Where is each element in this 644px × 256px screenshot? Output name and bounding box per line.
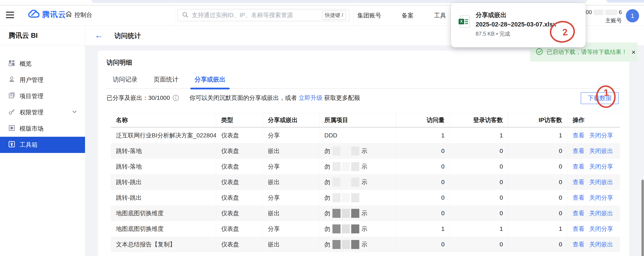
sidebar-item-label: 项目管理 (20, 92, 44, 100)
cell-actions: 查看关闭嵌出 (567, 236, 620, 252)
cell-type: 仪表盘 (216, 190, 262, 205)
home-icon (66, 11, 72, 19)
search-icon (182, 12, 188, 19)
sidebar-title: 腾讯云 BI (0, 26, 85, 46)
cell-type: 仪表盘 (216, 174, 262, 190)
table-header-row: 名称 类型 分享或嵌出 所属项目 访问量 登录访客数 IP访客数 操作 (111, 113, 620, 128)
cell-ip-visitors: 0 (508, 159, 567, 174)
redacted-project-blocks (332, 178, 359, 187)
logo-text: 腾讯云 (42, 10, 66, 20)
cell-name: 跳转-跳出 (111, 174, 216, 190)
cell-type: 仪表盘 (216, 205, 262, 221)
cell-visits: 0 (396, 159, 450, 174)
cell-name: 文本总结报告【复制】 (111, 236, 216, 252)
annotation-number-1: 1 (603, 87, 609, 98)
cell-project: DDD (319, 128, 396, 143)
view-link[interactable]: 查看 (572, 178, 584, 186)
nav-tools[interactable]: 工具 (434, 12, 446, 20)
sidebar-item-overview[interactable]: 概览 (0, 56, 85, 72)
cell-visits: 1 (396, 221, 450, 236)
vertical-scrollbar[interactable] (642, 180, 644, 256)
cell-share-mode: 嵌出 (262, 205, 319, 221)
nav-group-account[interactable]: 集团账号 (358, 12, 381, 20)
table-row: 地图底图切换维度 仪表盘 分享 勿示 1 1 1 查看关闭分享 (111, 221, 620, 236)
global-search-input[interactable]: 支持通过实例ID、IP、名称等搜索资源 快捷键 / (177, 9, 350, 21)
sidebar-item-permission-management[interactable]: 权限管理 (0, 104, 85, 121)
cell-type: 仪表盘 (216, 221, 262, 236)
quota-hint-suffix: 获取更多配额 (324, 94, 360, 102)
key-icon (8, 109, 15, 116)
view-link[interactable]: 查看 (572, 131, 584, 140)
col-project: 所属项目 (319, 113, 396, 127)
view-link[interactable]: 查看 (572, 240, 584, 248)
cell-visits: 0 (396, 236, 450, 252)
close-share-embed-link[interactable]: 关闭分享 (589, 163, 613, 171)
toast-message: 已启动下载，请等待下载结果！ (546, 48, 627, 56)
sidebar-item-label: 模版市场 (20, 125, 44, 133)
close-icon[interactable]: × (632, 49, 636, 56)
redacted-project-blocks (332, 209, 359, 218)
cell-share-mode: 嵌出 (262, 143, 319, 159)
tencent-cloud-logo[interactable]: 腾讯云 (28, 10, 66, 20)
close-share-embed-link[interactable]: 关闭分享 (589, 225, 613, 233)
view-link[interactable]: 查看 (572, 147, 584, 155)
table-row: 泛互联网行业BI分析解决方案_0228042... 仪表盘 分享 DDD 1 1… (111, 128, 620, 143)
avatar[interactable]: 1 (626, 9, 639, 23)
cell-name: 地图底图切换维度 (111, 221, 216, 236)
sidebar-item-project-management[interactable]: 项目管理 (0, 88, 85, 104)
tab-share-or-embed[interactable]: 分享或嵌出 (190, 71, 230, 88)
hamburger-menu-icon[interactable] (6, 12, 14, 18)
user-icon (8, 76, 15, 84)
view-link[interactable]: 查看 (572, 194, 584, 202)
tab-page-statistics[interactable]: 页面统计 (150, 71, 183, 88)
account-info[interactable]: 00 6 主账号 (584, 9, 622, 24)
view-link[interactable]: 查看 (572, 225, 584, 233)
table-row: 地图底图切换维度 仪表盘 嵌出 勿示 0 0 0 查看关闭嵌出 (111, 205, 620, 221)
view-link[interactable]: 查看 (572, 209, 584, 217)
sidebar-item-template-market[interactable]: 模版市场 (0, 121, 85, 137)
close-share-embed-link[interactable]: 关闭嵌出 (589, 240, 613, 248)
close-share-embed-link[interactable]: 关闭嵌出 (589, 147, 613, 155)
table-row: 文本总结报告【复制】 仪表盘 嵌出 勿示 0 0 0 查看关闭嵌出 (111, 236, 620, 252)
cell-visits: 0 (396, 190, 450, 205)
col-ip-visitors: IP访客数 (508, 113, 567, 127)
close-share-embed-link[interactable]: 关闭分享 (589, 131, 613, 140)
cell-name: 跳转-跳出 (111, 190, 216, 205)
cell-name: 跳转-落地 (111, 159, 216, 174)
nav-icp[interactable]: 备案 (402, 12, 414, 20)
table-row-partial (111, 252, 620, 256)
sidebar-item-label: 权限管理 (20, 108, 44, 116)
account-type-label: 主账号 (605, 17, 622, 24)
cell-share-mode: 嵌出 (262, 236, 319, 252)
sidebar-item-toolbox[interactable]: 工具箱 (0, 137, 85, 153)
redacted-project-blocks (332, 147, 359, 155)
col-login-visitors: 登录访客数 (450, 113, 508, 127)
sidebar-menu: 概览 用户管理 项目管理 权限管理 模版市场 工具箱 (0, 46, 85, 153)
close-share-embed-link[interactable]: 关闭嵌出 (589, 178, 613, 186)
sidebar-item-label: 用户管理 (20, 76, 44, 84)
cell-share-mode: 分享 (262, 190, 319, 205)
back-arrow-icon[interactable]: ← (94, 31, 103, 40)
cell-login-visitors: 1 (450, 221, 508, 236)
info-icon[interactable] (172, 95, 179, 101)
sidebar-item-user-management[interactable]: 用户管理 (0, 72, 85, 88)
annotation-number-2: 2 (562, 27, 568, 38)
upgrade-link[interactable]: 立即升级 (298, 94, 322, 102)
cell-login-visitors: 0 (450, 143, 508, 159)
cell-name: 地图底图切换维度 (111, 205, 216, 221)
topbar-divider (353, 6, 354, 26)
page-title: 访问统计 (114, 31, 141, 40)
sidebar: 腾讯云 BI 概览 用户管理 项目管理 权限管理 模版市场 (0, 26, 85, 256)
cell-visits: 0 (396, 143, 450, 159)
console-link[interactable]: 控制台 (66, 11, 92, 19)
cell-login-visitors: 1 (450, 128, 508, 143)
cell-visits: 1 (396, 128, 450, 143)
view-link[interactable]: 查看 (572, 163, 584, 171)
redacted-block (594, 10, 604, 15)
close-share-embed-link[interactable]: 关闭分享 (589, 194, 613, 202)
col-name: 名称 (111, 113, 216, 127)
check-circle-icon (536, 48, 543, 56)
close-share-embed-link[interactable]: 关闭嵌出 (589, 209, 613, 217)
cell-project: 勿示 (319, 205, 396, 221)
tab-access-records[interactable]: 访问记录 (108, 71, 142, 88)
